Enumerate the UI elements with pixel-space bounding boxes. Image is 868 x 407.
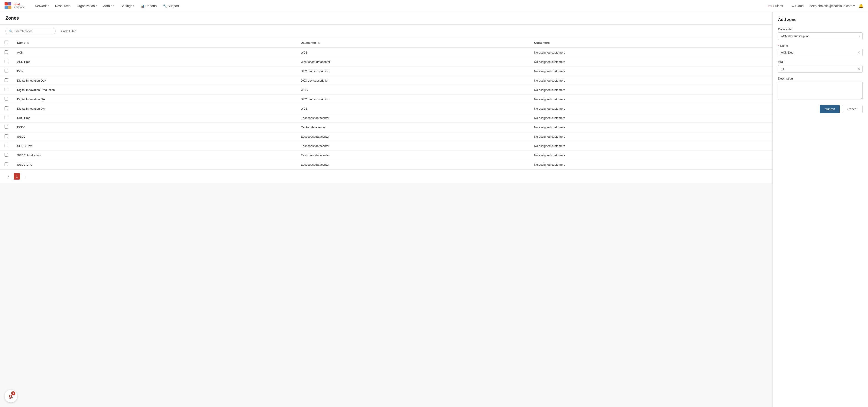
row-name: Digital Innovation QA [12,104,296,113]
table-row[interactable]: SGDC VPC East coast datacenter No assign… [0,160,772,169]
row-checkbox[interactable] [5,144,8,147]
description-textarea[interactable] [778,82,863,100]
select-all-header[interactable] [0,38,12,48]
table-row[interactable]: SGDC Production East coast datacenter No… [0,151,772,160]
row-checkbox[interactable] [5,134,8,138]
row-name: SGDC Production [12,151,296,160]
row-datacenter: WCS [296,85,530,95]
nav-right-section: 📖 Guides ☁ Cloud deep.bhalotia@tidalclou… [766,3,863,9]
table-row[interactable]: SGDC Dev East coast datacenter No assign… [0,141,772,151]
nav-settings[interactable]: Settings ▾ [119,3,137,9]
cloud-icon: ☁ [791,4,795,8]
logo-line1: tidal [14,3,25,6]
vrf-input-wrapper: ✕ [778,65,863,73]
table-row[interactable]: Digital Innovation Dev DKC dev subscript… [0,76,772,85]
row-name: ACN Prod [12,57,296,67]
row-datacenter: DKC dev subscription [296,67,530,76]
clear-vrf-button[interactable]: ✕ [857,67,860,71]
row-checkbox[interactable] [5,162,8,166]
search-box[interactable]: 🔍 [5,28,56,34]
row-name: SGDC [12,132,296,141]
sort-icon: ⇅ [27,41,29,44]
row-checkbox[interactable] [5,106,8,110]
chevron-down-icon: ▾ [113,5,114,7]
nav-support[interactable]: 🔧 Support [161,3,181,9]
row-checkbox[interactable] [5,50,8,54]
row-customers: No assigned customers [530,95,772,104]
zones-table: Name ⇅ Datacenter ⇅ Customers ACN WCS No… [0,38,772,169]
row-checkbox[interactable] [5,79,8,82]
table-row[interactable]: DKC Prod East coast datacenter No assign… [0,113,772,123]
search-input[interactable] [14,29,52,33]
name-label: * Name [778,44,863,48]
row-customers: No assigned customers [530,151,772,160]
col-customers[interactable]: Customers [530,38,772,48]
row-checkbox[interactable] [5,97,8,100]
table-body: ACN WCS No assigned customers ACN Prod W… [0,48,772,169]
row-datacenter: WCS [296,104,530,113]
row-customers: No assigned customers [530,57,772,67]
description-group: Description [778,77,863,100]
vrf-input[interactable] [778,65,863,73]
name-input[interactable] [778,49,863,56]
row-customers: No assigned customers [530,85,772,95]
table-row[interactable]: DCN DKC dev subscription No assigned cus… [0,67,772,76]
logo-line2: lightmesh [14,6,25,9]
prev-page-button[interactable]: ‹ [5,173,12,180]
user-email: deep.bhalotia@tidalcloud.com [809,4,852,8]
row-name: Digital Innovation QA [12,95,296,104]
row-checkbox[interactable] [5,60,8,63]
chart-icon: 📊 [141,4,145,8]
row-name: Digital Innovation Dev [12,76,296,85]
vrf-group: VRF ✕ [778,60,863,73]
nav-organization[interactable]: Organization ▾ [74,3,99,9]
submit-button[interactable]: Submit [820,105,840,113]
table-row[interactable]: ECDC Central datacenter No assigned cust… [0,123,772,132]
select-all-checkbox[interactable] [5,40,8,44]
add-zone-panel: Add zone Datacenter ACN dev subscription… [772,12,868,407]
nav-admin[interactable]: Admin ▾ [101,3,117,9]
page-1-button[interactable]: 1 [14,173,20,180]
table-header-row: Name ⇅ Datacenter ⇅ Customers [0,38,772,48]
col-name[interactable]: Name ⇅ [12,38,296,48]
datacenter-select[interactable]: ACN dev subscriptionDKC dev subscription… [778,32,863,40]
clear-name-button[interactable]: ✕ [857,51,860,55]
table-row[interactable]: Digital Innovation QA DKC dev subscripti… [0,95,772,104]
nav-guides[interactable]: 📖 Guides [766,3,785,9]
row-datacenter: East coast datacenter [296,113,530,123]
table-row[interactable]: SGDC East coast datacenter No assigned c… [0,132,772,141]
book-icon: 📖 [768,4,772,8]
datacenter-group: Datacenter ACN dev subscriptionDKC dev s… [778,28,863,40]
row-customers: No assigned customers [530,141,772,151]
user-menu[interactable]: deep.bhalotia@tidalcloud.com ▾ [809,4,855,8]
row-customers: No assigned customers [530,67,772,76]
table-row[interactable]: Digital Innovation Production WCS No ass… [0,85,772,95]
sort-icon: ⇅ [318,41,320,44]
pagination: ‹ 1 › [0,169,772,183]
row-checkbox[interactable] [5,116,8,119]
table-row[interactable]: ACN WCS No assigned customers [0,48,772,57]
logo[interactable]: tidal lightmesh [5,2,25,9]
g9-count: 9 [11,391,15,396]
nav-resources[interactable]: Resources [53,3,73,9]
chevron-down-icon: ▾ [853,4,855,8]
row-datacenter: East coast datacenter [296,141,530,151]
row-datacenter: DKC dev subscription [296,95,530,104]
add-filter-button[interactable]: + Add Filter [58,28,78,34]
row-checkbox[interactable] [5,88,8,91]
nav-network[interactable]: Network ▾ [33,3,51,9]
row-checkbox[interactable] [5,125,8,128]
vrf-label: VRF [778,60,863,64]
next-page-button[interactable]: › [22,173,28,180]
row-customers: No assigned customers [530,104,772,113]
notification-bell[interactable]: 🔔 [859,3,863,8]
row-checkbox[interactable] [5,69,8,72]
row-checkbox[interactable] [5,153,8,157]
g9-badge[interactable]: g. 9 [5,390,17,402]
col-datacenter[interactable]: Datacenter ⇅ [296,38,530,48]
cancel-button[interactable]: Cancel [842,105,863,113]
nav-reports[interactable]: 📊 Reports [138,3,159,9]
nav-cloud[interactable]: ☁ Cloud [789,3,806,9]
table-row[interactable]: ACN Prod West coast datacenter No assign… [0,57,772,67]
table-row[interactable]: Digital Innovation QA WCS No assigned cu… [0,104,772,113]
